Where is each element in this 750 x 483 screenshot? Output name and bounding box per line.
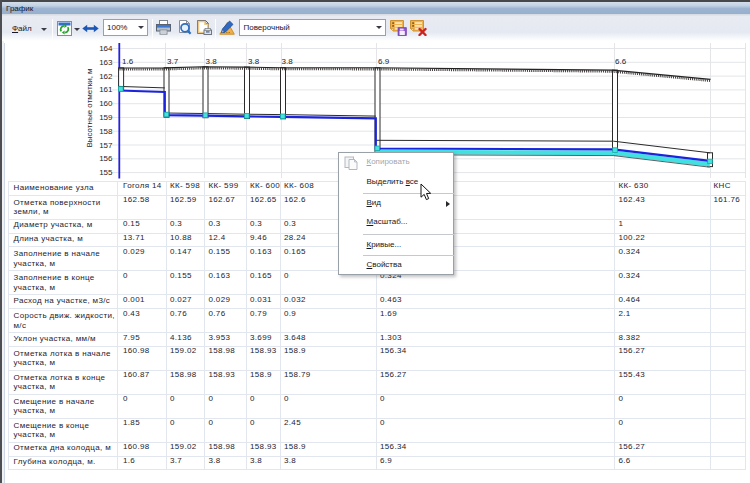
svg-text:162: 162 (99, 72, 113, 81)
svg-text:Высотные отметки, м: Высотные отметки, м (85, 68, 94, 147)
svg-text:161: 161 (99, 85, 113, 94)
svg-text:163: 163 (99, 58, 113, 67)
svg-text:3.8: 3.8 (282, 57, 294, 66)
svg-text:158: 158 (99, 127, 113, 136)
svg-text:3.8: 3.8 (248, 57, 260, 66)
svg-text:155: 155 (99, 168, 113, 177)
svg-text:157: 157 (99, 141, 113, 150)
svg-text:160: 160 (99, 99, 113, 108)
svg-text:6.6: 6.6 (615, 57, 627, 66)
svg-text:164: 164 (99, 44, 113, 53)
svg-text:3.8: 3.8 (206, 57, 218, 66)
svg-text:3.7: 3.7 (167, 57, 179, 66)
svg-text:159: 159 (99, 113, 113, 122)
svg-text:1.6: 1.6 (122, 57, 134, 66)
svg-text:156: 156 (99, 154, 113, 163)
svg-text:6.9: 6.9 (378, 57, 390, 66)
